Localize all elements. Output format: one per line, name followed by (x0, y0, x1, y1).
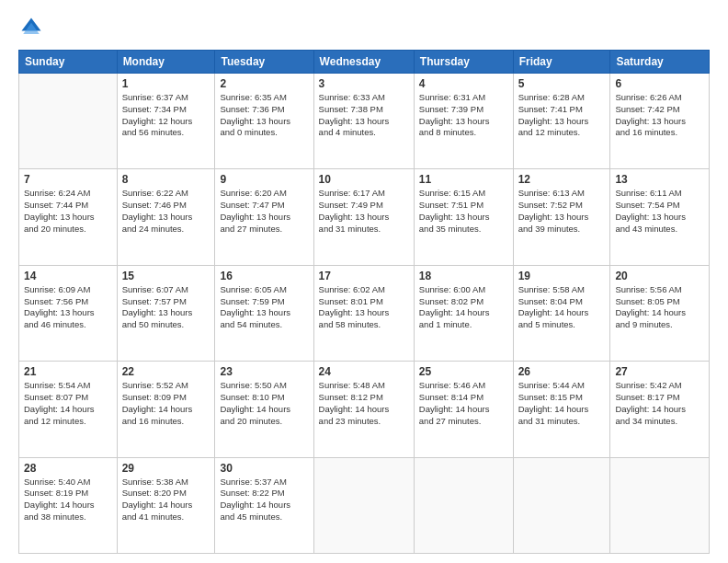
day-number: 27 (615, 365, 704, 378)
calendar-cell: 27Sunrise: 5:42 AM Sunset: 8:17 PM Dayli… (610, 362, 710, 457)
day-number: 11 (419, 173, 508, 186)
calendar-cell (610, 457, 710, 553)
day-info: Sunrise: 5:42 AM Sunset: 8:17 PM Dayligh… (615, 380, 704, 427)
calendar-cell: 20Sunrise: 5:56 AM Sunset: 8:05 PM Dayli… (610, 265, 710, 361)
day-number: 2 (220, 77, 308, 90)
day-number: 22 (122, 365, 210, 378)
day-info: Sunrise: 5:40 AM Sunset: 8:19 PM Dayligh… (24, 477, 112, 523)
header (18, 15, 710, 40)
calendar-cell: 16Sunrise: 6:05 AM Sunset: 7:59 PM Dayli… (215, 265, 313, 361)
calendar-week-row: 28Sunrise: 5:40 AM Sunset: 8:19 PM Dayli… (19, 457, 710, 553)
calendar-header-row: SundayMondayTuesdayWednesdayThursdayFrid… (19, 51, 710, 74)
day-number: 10 (319, 173, 409, 186)
day-number: 20 (615, 270, 704, 282)
col-header-tuesday: Tuesday (215, 51, 313, 74)
col-header-monday: Monday (117, 51, 215, 74)
day-info: Sunrise: 5:44 AM Sunset: 8:15 PM Dayligh… (518, 380, 606, 427)
day-info: Sunrise: 5:37 AM Sunset: 8:22 PM Dayligh… (220, 477, 308, 523)
day-info: Sunrise: 6:28 AM Sunset: 7:41 PM Dayligh… (518, 92, 606, 139)
day-info: Sunrise: 5:38 AM Sunset: 8:20 PM Dayligh… (122, 477, 210, 523)
calendar-cell: 9Sunrise: 6:20 AM Sunset: 7:47 PM Daylig… (215, 169, 313, 265)
day-info: Sunrise: 6:00 AM Sunset: 8:02 PM Dayligh… (419, 284, 508, 331)
day-number: 23 (220, 365, 308, 378)
calendar-cell: 1Sunrise: 6:37 AM Sunset: 7:34 PM Daylig… (117, 74, 215, 169)
day-info: Sunrise: 5:52 AM Sunset: 8:09 PM Dayligh… (122, 380, 210, 427)
calendar-week-row: 1Sunrise: 6:37 AM Sunset: 7:34 PM Daylig… (19, 74, 710, 169)
calendar-cell: 28Sunrise: 5:40 AM Sunset: 8:19 PM Dayli… (19, 457, 118, 553)
day-number: 13 (615, 173, 704, 186)
col-header-saturday: Saturday (610, 51, 710, 74)
calendar-table: SundayMondayTuesdayWednesdayThursdayFrid… (18, 50, 710, 554)
day-number: 14 (24, 270, 112, 282)
calendar-cell: 30Sunrise: 5:37 AM Sunset: 8:22 PM Dayli… (215, 457, 313, 553)
calendar-week-row: 14Sunrise: 6:09 AM Sunset: 7:56 PM Dayli… (19, 265, 710, 361)
day-info: Sunrise: 6:15 AM Sunset: 7:51 PM Dayligh… (419, 188, 508, 235)
day-info: Sunrise: 6:35 AM Sunset: 7:36 PM Dayligh… (220, 92, 308, 139)
calendar-cell (414, 457, 513, 553)
calendar-cell: 2Sunrise: 6:35 AM Sunset: 7:36 PM Daylig… (215, 74, 313, 169)
day-info: Sunrise: 5:50 AM Sunset: 8:10 PM Dayligh… (220, 380, 308, 427)
calendar-week-row: 7Sunrise: 6:24 AM Sunset: 7:44 PM Daylig… (19, 169, 710, 265)
calendar-cell: 23Sunrise: 5:50 AM Sunset: 8:10 PM Dayli… (215, 362, 313, 457)
day-info: Sunrise: 5:48 AM Sunset: 8:12 PM Dayligh… (319, 380, 409, 427)
day-info: Sunrise: 5:58 AM Sunset: 8:04 PM Dayligh… (518, 284, 606, 331)
day-info: Sunrise: 5:46 AM Sunset: 8:14 PM Dayligh… (419, 380, 508, 427)
day-number: 1 (122, 77, 210, 90)
day-number: 29 (122, 462, 210, 475)
calendar-cell: 12Sunrise: 6:13 AM Sunset: 7:52 PM Dayli… (513, 169, 610, 265)
day-number: 19 (518, 270, 606, 282)
day-info: Sunrise: 6:22 AM Sunset: 7:46 PM Dayligh… (122, 188, 210, 235)
day-number: 15 (122, 270, 210, 282)
day-number: 17 (319, 270, 409, 282)
day-info: Sunrise: 6:02 AM Sunset: 8:01 PM Dayligh… (319, 284, 409, 331)
calendar-cell (513, 457, 610, 553)
day-number: 6 (615, 77, 704, 90)
day-info: Sunrise: 6:11 AM Sunset: 7:54 PM Dayligh… (615, 188, 704, 235)
day-info: Sunrise: 5:56 AM Sunset: 8:05 PM Dayligh… (615, 284, 704, 331)
day-info: Sunrise: 6:24 AM Sunset: 7:44 PM Dayligh… (24, 188, 112, 235)
logo (18, 15, 48, 40)
day-info: Sunrise: 6:07 AM Sunset: 7:57 PM Dayligh… (122, 284, 210, 331)
day-number: 12 (518, 173, 606, 186)
day-number: 24 (319, 365, 409, 378)
day-number: 21 (24, 365, 112, 378)
day-number: 30 (220, 462, 308, 475)
calendar-cell: 14Sunrise: 6:09 AM Sunset: 7:56 PM Dayli… (19, 265, 118, 361)
day-info: Sunrise: 6:09 AM Sunset: 7:56 PM Dayligh… (24, 284, 112, 331)
calendar-cell: 21Sunrise: 5:54 AM Sunset: 8:07 PM Dayli… (19, 362, 118, 457)
calendar-cell: 4Sunrise: 6:31 AM Sunset: 7:39 PM Daylig… (414, 74, 513, 169)
logo-icon (18, 15, 44, 40)
calendar-cell: 10Sunrise: 6:17 AM Sunset: 7:49 PM Dayli… (313, 169, 414, 265)
calendar-cell: 25Sunrise: 5:46 AM Sunset: 8:14 PM Dayli… (414, 362, 513, 457)
day-number: 4 (419, 77, 508, 90)
page: SundayMondayTuesdayWednesdayThursdayFrid… (0, 0, 728, 563)
day-number: 9 (220, 173, 308, 186)
calendar-cell: 15Sunrise: 6:07 AM Sunset: 7:57 PM Dayli… (117, 265, 215, 361)
day-info: Sunrise: 6:17 AM Sunset: 7:49 PM Dayligh… (319, 188, 409, 235)
day-info: Sunrise: 6:13 AM Sunset: 7:52 PM Dayligh… (518, 188, 606, 235)
day-number: 8 (122, 173, 210, 186)
calendar-cell: 8Sunrise: 6:22 AM Sunset: 7:46 PM Daylig… (117, 169, 215, 265)
calendar-cell: 24Sunrise: 5:48 AM Sunset: 8:12 PM Dayli… (313, 362, 414, 457)
day-info: Sunrise: 6:20 AM Sunset: 7:47 PM Dayligh… (220, 188, 308, 235)
col-header-friday: Friday (513, 51, 610, 74)
day-number: 28 (24, 462, 112, 475)
calendar-cell: 5Sunrise: 6:28 AM Sunset: 7:41 PM Daylig… (513, 74, 610, 169)
day-number: 7 (24, 173, 112, 186)
day-number: 26 (518, 365, 606, 378)
day-info: Sunrise: 6:05 AM Sunset: 7:59 PM Dayligh… (220, 284, 308, 331)
calendar-cell: 6Sunrise: 6:26 AM Sunset: 7:42 PM Daylig… (610, 74, 710, 169)
calendar-cell: 29Sunrise: 5:38 AM Sunset: 8:20 PM Dayli… (117, 457, 215, 553)
calendar-cell: 26Sunrise: 5:44 AM Sunset: 8:15 PM Dayli… (513, 362, 610, 457)
day-number: 25 (419, 365, 508, 378)
day-number: 3 (319, 77, 409, 90)
calendar-cell: 7Sunrise: 6:24 AM Sunset: 7:44 PM Daylig… (19, 169, 118, 265)
calendar-cell: 13Sunrise: 6:11 AM Sunset: 7:54 PM Dayli… (610, 169, 710, 265)
calendar-cell: 3Sunrise: 6:33 AM Sunset: 7:38 PM Daylig… (313, 74, 414, 169)
day-info: Sunrise: 6:31 AM Sunset: 7:39 PM Dayligh… (419, 92, 508, 139)
calendar-cell: 22Sunrise: 5:52 AM Sunset: 8:09 PM Dayli… (117, 362, 215, 457)
day-number: 5 (518, 77, 606, 90)
calendar-cell (19, 74, 118, 169)
col-header-sunday: Sunday (19, 51, 118, 74)
calendar-cell (313, 457, 414, 553)
